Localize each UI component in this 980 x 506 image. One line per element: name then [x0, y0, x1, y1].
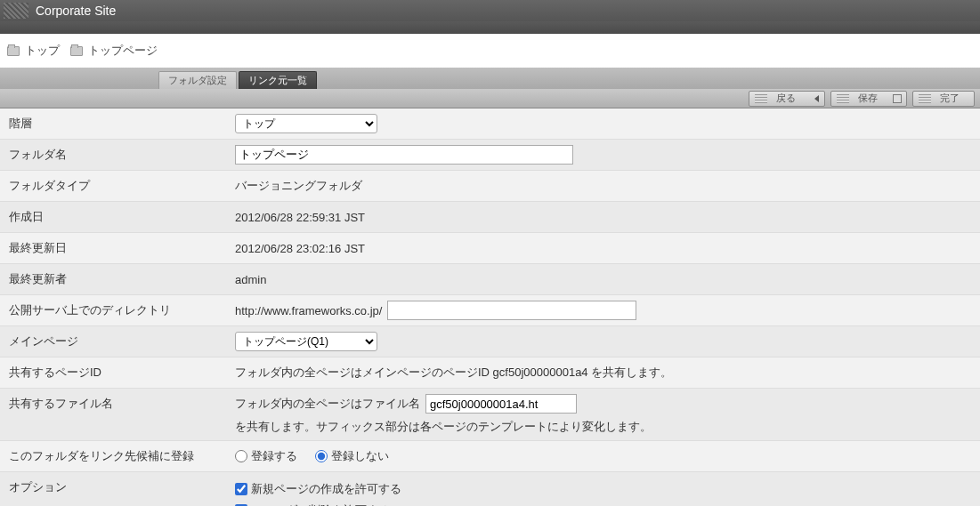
tab-link-sources[interactable]: リンク元一覧	[239, 71, 317, 89]
label-main-page: メインページ	[0, 326, 228, 357]
grip-icon	[919, 94, 931, 103]
shared-file-suffix: を共有します。サフィックス部分は各ページのテンプレートにより変化します。	[235, 419, 652, 435]
register-no-radio[interactable]	[315, 450, 328, 462]
folder-icon	[7, 46, 20, 56]
tab-label: リンク元一覧	[248, 74, 307, 87]
label-level: 階層	[0, 108, 228, 139]
save-button[interactable]: 保存	[830, 91, 907, 107]
updated-value: 2012/06/28 23:02:16 JST	[235, 242, 365, 255]
app-title: Corporate Site	[36, 4, 116, 18]
main-page-select[interactable]: トップページ(Q1)	[235, 332, 377, 351]
radio-label: 登録しない	[331, 448, 389, 464]
folder-icon	[70, 46, 83, 56]
register-yes-radio[interactable]	[235, 450, 247, 462]
radio-label: 登録する	[251, 448, 297, 464]
arrow-left-icon	[814, 95, 819, 102]
form: 階層 トップ フォルダ名 フォルダタイプ バージョニングフォルダ 作成日 201…	[0, 108, 980, 506]
grip-icon	[755, 94, 767, 103]
label-folder-name: フォルダ名	[0, 140, 228, 170]
label-created: 作成日	[0, 202, 228, 232]
tab-folder-settings[interactable]: フォルダ設定	[158, 71, 237, 89]
shared-file-prefix: フォルダ内の全ページはファイル名	[235, 396, 420, 412]
register-yes-wrap[interactable]: 登録する	[235, 448, 297, 464]
tabs: フォルダ設定 リンク元一覧	[0, 68, 980, 89]
check-label: フォルダの削除を許可する	[251, 502, 390, 506]
grip-icon	[837, 94, 849, 103]
opt-allow-new-page[interactable]: 新規ページの作成を許可する	[235, 481, 517, 497]
button-label: 保存	[858, 92, 878, 105]
label-shared-page-id: 共有するページID	[0, 357, 228, 388]
titlebar-sub	[0, 21, 980, 34]
breadcrumb-current[interactable]: トップページ	[88, 43, 158, 59]
register-no-wrap[interactable]: 登録しない	[315, 448, 389, 464]
folder-type-value: バージョニングフォルダ	[235, 178, 362, 194]
disk-icon	[893, 94, 902, 103]
button-label: 完了	[940, 92, 960, 105]
done-button[interactable]: 完了	[912, 91, 975, 107]
public-dir-input[interactable]	[387, 301, 636, 320]
back-button[interactable]: 戻る	[749, 91, 825, 107]
label-register-link: このフォルダをリンク先候補に登録	[0, 441, 228, 471]
button-label: 戻る	[776, 92, 796, 105]
app-icon	[4, 3, 28, 19]
label-updated-by: 最終更新者	[0, 264, 228, 294]
toolbar: 戻る 保存 完了	[0, 89, 980, 108]
check-label: 新規ページの作成を許可する	[251, 481, 401, 497]
updated-by-value: admin	[235, 273, 266, 286]
folder-name-input[interactable]	[235, 145, 573, 165]
shared-page-id-text: フォルダ内の全ページはメインページのページID gcf50j00000001a4…	[235, 365, 672, 381]
breadcrumb: トップ トップページ	[0, 34, 980, 68]
label-updated: 最終更新日	[0, 233, 228, 263]
label-options: オプション	[0, 472, 228, 506]
breadcrumb-root[interactable]: トップ	[25, 43, 60, 59]
created-value: 2012/06/28 22:59:31 JST	[235, 211, 365, 224]
opt1-checkbox[interactable]	[235, 483, 247, 495]
shared-file-input[interactable]	[425, 394, 577, 414]
label-public-dir: 公開サーバ上でのディレクトリ	[0, 295, 228, 325]
label-folder-type: フォルダタイプ	[0, 171, 228, 201]
tab-label: フォルダ設定	[168, 74, 227, 87]
titlebar: Corporate Site	[0, 0, 980, 21]
opt-allow-delete[interactable]: フォルダの削除を許可する	[235, 502, 517, 506]
label-shared-file: 共有するファイル名	[0, 389, 228, 440]
level-select[interactable]: トップ	[235, 114, 377, 133]
public-dir-prefix: http://www.frameworks.co.jp/	[235, 304, 382, 317]
